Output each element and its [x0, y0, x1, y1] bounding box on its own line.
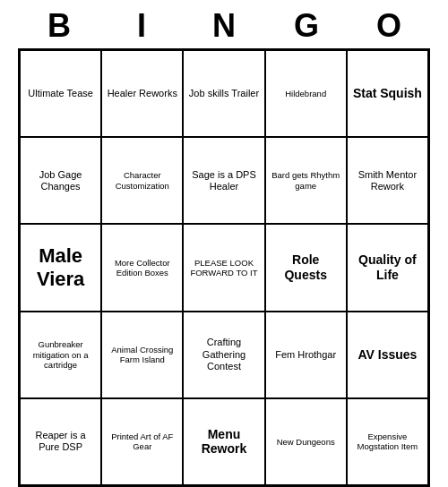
- bingo-cell: PLEASE LOOK FORWARD TO IT: [183, 224, 264, 311]
- bingo-cell: Sage is a DPS Healer: [183, 137, 264, 224]
- bingo-letter: G: [267, 7, 346, 45]
- bingo-cell: Smith Mentor Rework: [347, 137, 428, 224]
- bingo-cell: Job Gage Changes: [20, 137, 101, 224]
- bingo-cell: Printed Art of AF Gear: [101, 398, 183, 485]
- bingo-cell: Crafting Gathering Contest: [183, 312, 264, 398]
- bingo-letter: O: [349, 7, 428, 45]
- bingo-cell: AV Issues: [347, 312, 428, 398]
- bingo-cell: Hildebrand: [265, 50, 347, 137]
- bingo-letter: N: [185, 7, 263, 45]
- bingo-cell: New Dungeons: [265, 398, 347, 485]
- bingo-cell: Quality of Life: [347, 224, 428, 311]
- bingo-cell: Animal Crossing Farm Island: [101, 312, 183, 398]
- bingo-cell: Character Customization: [101, 137, 183, 224]
- bingo-cell: Ultimate Tease: [20, 50, 101, 137]
- bingo-cell: Fem Hrothgar: [265, 312, 347, 398]
- bingo-cell: Menu Rework: [183, 398, 264, 485]
- bingo-grid: Ultimate TeaseHealer ReworksJob skills T…: [18, 48, 430, 487]
- bingo-title: BINGO: [18, 0, 430, 48]
- bingo-cell: Healer Reworks: [101, 50, 183, 137]
- bingo-letter: B: [20, 7, 99, 45]
- bingo-cell: Gunbreaker mitigation on a cartridge: [20, 312, 101, 398]
- bingo-cell: More Collector Edition Boxes: [101, 224, 183, 311]
- bingo-cell: Reaper is a Pure DSP: [20, 398, 101, 485]
- bingo-cell: Role Quests: [265, 224, 347, 311]
- bingo-cell: Male Viera: [20, 224, 101, 311]
- bingo-cell: Job skills Trailer: [183, 50, 264, 137]
- bingo-cell: Stat Squish: [347, 50, 428, 137]
- bingo-cell: Expensive Mogstation Item: [347, 398, 428, 485]
- bingo-letter: I: [102, 7, 181, 45]
- bingo-cell: Bard gets Rhythm game: [265, 137, 347, 224]
